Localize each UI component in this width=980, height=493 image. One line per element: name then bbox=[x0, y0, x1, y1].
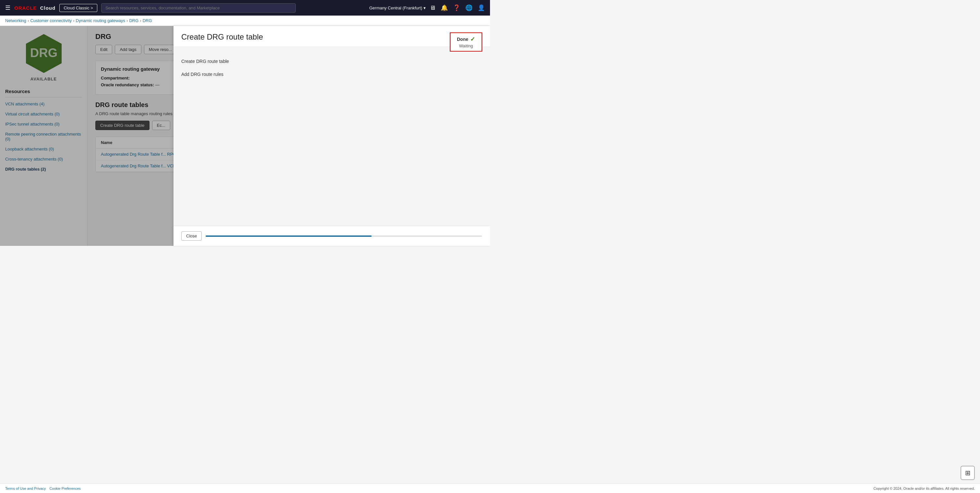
help-icon[interactable]: ❓ bbox=[453, 4, 460, 11]
screen-icon[interactable]: 🖥 bbox=[430, 5, 436, 11]
modal-overlay: Create DRG route table Help Create DRG r… bbox=[0, 26, 490, 246]
cloud-text: Cloud bbox=[40, 5, 56, 11]
breadcrumb-drg[interactable]: DRG bbox=[129, 18, 138, 23]
main-layout: DRG AVAILABLE Resources VCN attachments … bbox=[0, 26, 490, 246]
breadcrumb-sep-4: › bbox=[140, 18, 141, 23]
top-navigation: ☰ ORACLE Cloud Cloud Classic > Germany C… bbox=[0, 0, 490, 16]
region-dropdown-icon: ▾ bbox=[423, 5, 426, 10]
bell-icon[interactable]: 🔔 bbox=[441, 4, 448, 11]
breadcrumb-sep-2: › bbox=[73, 18, 74, 23]
progress-bar-container bbox=[205, 235, 482, 237]
modal-panel: Create DRG route table Help Create DRG r… bbox=[173, 26, 490, 246]
breadcrumb: Networking › Customer connectivity › Dyn… bbox=[0, 16, 490, 26]
progress-bar-fill bbox=[205, 235, 372, 237]
breadcrumb-customer-connectivity[interactable]: Customer connectivity bbox=[30, 18, 72, 23]
status-waiting-label: Waiting bbox=[459, 47, 473, 48]
status-box: Done ✓ Waiting bbox=[450, 47, 482, 52]
nav-icons: 🖥 🔔 ❓ 🌐 👤 bbox=[430, 4, 485, 11]
globe-icon[interactable]: 🌐 bbox=[465, 4, 473, 11]
oracle-logo: ORACLE Cloud bbox=[14, 5, 56, 11]
user-icon[interactable]: 👤 bbox=[478, 4, 485, 11]
modal-header: Create DRG route table Help bbox=[173, 26, 490, 47]
modal-body: Create DRG route table Add DRG route rul… bbox=[173, 47, 490, 226]
breadcrumb-sep-1: › bbox=[27, 18, 29, 23]
modal-title: Create DRG route table bbox=[181, 32, 263, 41]
breadcrumb-current: DRG bbox=[143, 18, 152, 23]
modal-footer: Close bbox=[173, 226, 490, 246]
workflow-step-2: Add DRG route rules bbox=[181, 68, 311, 81]
region-text: Germany Central (Frankfurt) bbox=[369, 5, 422, 10]
breadcrumb-dynamic-routing[interactable]: Dynamic routing gateways bbox=[76, 18, 125, 23]
step-2-label: Add DRG route rules bbox=[181, 72, 223, 77]
hamburger-menu-icon[interactable]: ☰ bbox=[5, 4, 10, 11]
breadcrumb-sep-3: › bbox=[126, 18, 128, 23]
workflow-step-1: Create DRG route table bbox=[181, 55, 311, 68]
region-selector[interactable]: Germany Central (Frankfurt) ▾ bbox=[369, 5, 426, 10]
step-1-label: Create DRG route table bbox=[181, 59, 229, 64]
cloud-classic-button[interactable]: Cloud Classic > bbox=[59, 4, 97, 12]
breadcrumb-networking[interactable]: Networking bbox=[5, 18, 26, 23]
close-button[interactable]: Close bbox=[181, 231, 202, 241]
oracle-text: ORACLE bbox=[14, 5, 37, 11]
search-input[interactable] bbox=[101, 3, 296, 13]
workflow-steps: Create DRG route table Add DRG route rul… bbox=[181, 55, 311, 81]
